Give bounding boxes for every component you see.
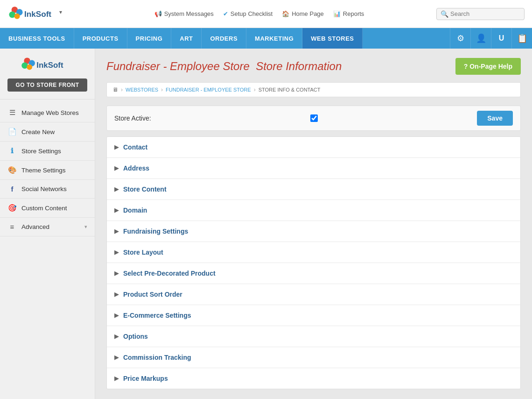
sidebar-item-social-networks[interactable]: f Social Networks [0, 180, 95, 199]
accordion-item-label: Store Layout [123, 249, 163, 256]
accordion-item-price-markups[interactable]: ▶ Price Markups [107, 368, 520, 389]
accordion-item-ecommerce-settings[interactable]: ▶ E-Commerce Settings [107, 305, 520, 326]
accordion-arrow-icon: ▶ [114, 333, 119, 340]
accordion-item-store-layout[interactable]: ▶ Store Layout [107, 242, 520, 263]
nav-art[interactable]: Art [171, 28, 202, 49]
store-active-checkbox[interactable] [310, 114, 318, 122]
sidebar-logo-area: InkSoft GO TO STORE FRONT [0, 49, 95, 100]
sidebar-item-store-settings[interactable]: ℹ Store Settings [0, 142, 95, 161]
accordion-list: ▶ Contact ▶ Address ▶ Store Content ▶ Do… [106, 136, 521, 389]
accordion-item-select-pre-decorated[interactable]: ▶ Select Pre-Decorated Product [107, 263, 520, 284]
chart-icon: 📊 [333, 10, 341, 17]
settings-icon-btn[interactable]: ⚙ [450, 28, 470, 49]
accordion-item-product-sort-order[interactable]: ▶ Product Sort Order [107, 284, 520, 305]
store-active-row: Store Active: Save [106, 106, 521, 131]
accordion-item-label: Commission Tracking [123, 354, 191, 361]
breadcrumb-fundraiser[interactable]: FUNDRAISER - EMPLOYEE STORE [166, 87, 251, 93]
accordion-item-label: Address [123, 164, 149, 172]
breadcrumb: 🖥 › WEBSTORES › FUNDRAISER - EMPLOYEE ST… [106, 82, 521, 97]
search-input[interactable] [450, 10, 520, 17]
logo-area: InkSoft ▾ [7, 5, 82, 23]
svg-text:▾: ▾ [59, 8, 62, 15]
accordion-item-store-content[interactable]: ▶ Store Content [107, 179, 520, 200]
content-area: Fundraiser - Employee Store Store Inform… [95, 49, 532, 399]
inksoft-logo: InkSoft ▾ [7, 5, 63, 23]
reports-link[interactable]: 📊 Reports [333, 10, 364, 17]
accordion-arrow-icon: ▶ [114, 291, 119, 298]
nav-business-tools[interactable]: Business Tools [0, 28, 74, 49]
clipboard-icon-btn[interactable]: 📋 [511, 28, 532, 49]
accordion-item-options[interactable]: ▶ Options [107, 326, 520, 347]
theme-icon: 🎨 [7, 166, 17, 174]
nav-icon-group: ⚙ 👤 U 📋 [450, 28, 532, 49]
store-active-check-area [310, 114, 318, 122]
accordion-arrow-icon: ▶ [114, 354, 119, 361]
nav-pricing[interactable]: Pricing [127, 28, 172, 49]
nav-orders[interactable]: Orders [202, 28, 246, 49]
breadcrumb-home-icon: 🖥 [112, 86, 118, 93]
setup-checklist-link[interactable]: ✔ Setup Checklist [223, 10, 273, 17]
check-icon: ✔ [223, 10, 228, 17]
breadcrumb-webstores[interactable]: WEBSTORES [126, 87, 158, 93]
file-icon: 📄 [7, 128, 17, 136]
accordion-item-label: Store Content [123, 185, 167, 193]
svg-point-9 [27, 64, 32, 70]
sidebar-item-create-new[interactable]: 📄 Create New [0, 122, 95, 142]
accordion-item-contact[interactable]: ▶ Contact [107, 137, 520, 158]
accordion-item-commission-tracking[interactable]: ▶ Commission Tracking [107, 347, 520, 368]
user-icon-btn[interactable]: 👤 [470, 28, 491, 49]
create-new-label: Create New [21, 128, 87, 135]
system-messages-label: System Messages [164, 10, 214, 17]
on-page-help-button[interactable]: ? On-Page Help [455, 58, 521, 75]
nav-bar: Business Tools Products Pricing Art Orde… [0, 28, 532, 49]
accordion-item-label: Fundraising Settings [123, 228, 188, 235]
accordion-item-label: Price Markups [123, 375, 168, 382]
accordion-item-domain[interactable]: ▶ Domain [107, 200, 520, 221]
accordion-item-address[interactable]: ▶ Address [107, 158, 520, 179]
content-icon: 🎯 [7, 204, 17, 212]
page-title: Fundraiser - Employee Store Store Inform… [106, 60, 342, 73]
advanced-chevron-icon: ▾ [84, 224, 87, 230]
sidebar-item-custom-content[interactable]: 🎯 Custom Content [0, 199, 95, 218]
accordion-arrow-icon: ▶ [114, 312, 119, 319]
nav-products[interactable]: Products [74, 28, 127, 49]
accordion-arrow-icon: ▶ [114, 165, 119, 171]
custom-content-label: Custom Content [21, 205, 87, 212]
sidebar: InkSoft GO TO STORE FRONT ☰ Manage Web S… [0, 49, 95, 399]
content-header: Fundraiser - Employee Store Store Inform… [106, 58, 521, 75]
accordion-item-label: Contact [123, 143, 147, 151]
sidebar-item-advanced[interactable]: ≡ Advanced ▾ [0, 218, 95, 236]
nav-marketing[interactable]: Marketing [246, 28, 302, 49]
advanced-label: Advanced [21, 223, 80, 230]
accordion-arrow-icon: ▶ [114, 144, 119, 150]
home-page-link[interactable]: 🏠 Home Page [282, 10, 324, 17]
list-icon: ☰ [7, 108, 17, 117]
main-layout: InkSoft GO TO STORE FRONT ☰ Manage Web S… [0, 49, 532, 399]
accordion-arrow-icon: ▶ [114, 270, 119, 277]
accordion-item-label: Options [123, 333, 148, 340]
accordion-arrow-icon: ▶ [114, 228, 119, 235]
top-links: 📢 System Messages ✔ Setup Checklist 🏠 Ho… [91, 10, 427, 17]
info-icon: ℹ [7, 147, 17, 155]
go-to-store-button[interactable]: GO TO STORE FRONT [7, 78, 87, 92]
accordion-item-label: Select Pre-Decorated Product [123, 270, 216, 277]
breadcrumb-current: STORE INFO & CONTACT [259, 87, 321, 93]
social-icon: f [7, 185, 17, 193]
accordion-arrow-icon: ▶ [114, 186, 119, 192]
menu-icon: ≡ [7, 223, 17, 231]
accordion-item-label: E-Commerce Settings [123, 312, 191, 319]
system-messages-link[interactable]: 📢 System Messages [154, 10, 214, 17]
setup-checklist-label: Setup Checklist [231, 10, 273, 17]
accordion-item-fundraising-settings[interactable]: ▶ Fundraising Settings [107, 221, 520, 242]
accordion-arrow-icon: ▶ [114, 207, 119, 214]
tag-icon-btn[interactable]: U [491, 28, 511, 49]
page-title-main: Fundraiser - Employee Store [106, 60, 250, 72]
reports-label: Reports [343, 10, 364, 17]
save-button[interactable]: Save [477, 111, 513, 126]
nav-web-stores[interactable]: Web Stores [302, 28, 363, 49]
sidebar-item-manage-web-stores[interactable]: ☰ Manage Web Stores [0, 103, 95, 122]
store-settings-label: Store Settings [21, 148, 87, 155]
megaphone-icon: 📢 [154, 10, 162, 17]
sidebar-item-theme-settings[interactable]: 🎨 Theme Settings [0, 161, 95, 180]
accordion-item-label: Product Sort Order [123, 291, 182, 298]
